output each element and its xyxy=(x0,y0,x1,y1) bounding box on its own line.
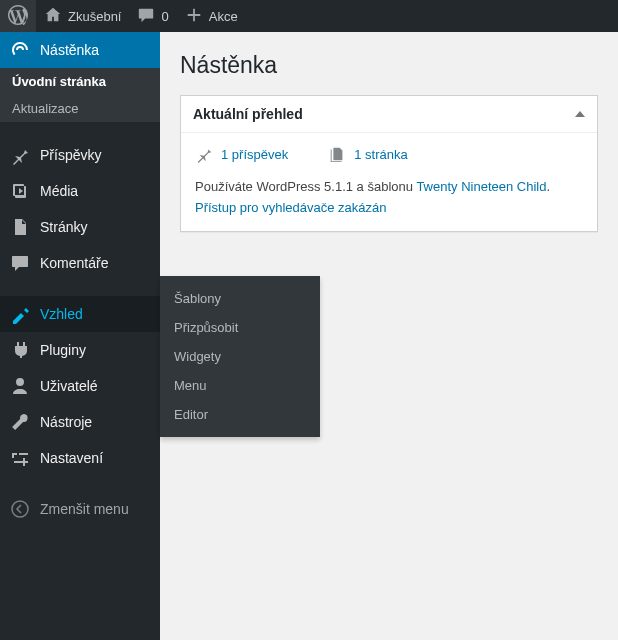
pin-icon xyxy=(10,145,30,165)
post-count-text: 1 příspěvek xyxy=(221,147,288,162)
menu-tools-label: Nástroje xyxy=(40,414,92,430)
admin-sidebar: Nástěnka Úvodní stránka Aktualizace Přís… xyxy=(0,32,160,640)
wp-text-post: . xyxy=(546,179,550,194)
page-count-link[interactable]: 1 stránka xyxy=(328,145,407,163)
menu-comments[interactable]: Komentáře xyxy=(0,245,160,281)
plus-icon xyxy=(185,6,203,27)
at-a-glance-box: Aktuální přehled 1 příspěvek 1 stránka xyxy=(180,95,598,232)
counts-row: 1 příspěvek 1 stránka xyxy=(195,145,583,163)
wp-text-pre: Používáte WordPress 5.1.1 a šablonu xyxy=(195,179,416,194)
comments-icon xyxy=(10,253,30,273)
wordpress-icon xyxy=(8,5,28,28)
plugin-icon xyxy=(10,340,30,360)
users-icon xyxy=(10,376,30,396)
tools-icon xyxy=(10,412,30,432)
submenu-home[interactable]: Úvodní stránka xyxy=(0,68,160,95)
menu-appearance-label: Vzhled xyxy=(40,306,83,322)
site-name-text: Zkušební xyxy=(68,9,121,24)
wp-logo-menu[interactable] xyxy=(0,0,36,32)
menu-settings-label: Nastavení xyxy=(40,450,103,466)
appearance-icon xyxy=(10,304,30,324)
postbox-header[interactable]: Aktuální přehled xyxy=(181,96,597,133)
menu-comments-label: Komentáře xyxy=(40,255,108,271)
page-title: Nástěnka xyxy=(180,52,598,79)
menu-media-label: Média xyxy=(40,183,78,199)
menu-plugins-label: Pluginy xyxy=(40,342,86,358)
menu-posts-label: Příspěvky xyxy=(40,147,101,163)
menu-settings[interactable]: Nastavení xyxy=(0,440,160,476)
wp-version-text: Používáte WordPress 5.1.1 a šablonu Twen… xyxy=(195,177,583,198)
svg-point-0 xyxy=(12,501,28,517)
menu-pages-label: Stránky xyxy=(40,219,87,235)
settings-icon xyxy=(10,448,30,468)
search-engines-line: Přístup pro vyhledávače zakázán xyxy=(195,198,583,219)
menu-pages[interactable]: Stránky xyxy=(0,209,160,245)
menu-separator xyxy=(0,481,160,486)
page-icon xyxy=(328,145,346,163)
dashboard-icon xyxy=(10,40,30,60)
menu-posts[interactable]: Příspěvky xyxy=(0,137,160,173)
comment-count: 0 xyxy=(161,9,168,24)
collapse-label: Zmenšit menu xyxy=(40,501,129,517)
adminbar: Zkušební 0 Akce xyxy=(0,0,618,32)
new-content-label: Akce xyxy=(209,9,238,24)
postbox-heading: Aktuální přehled xyxy=(193,106,303,122)
adminbar-comments[interactable]: 0 xyxy=(129,0,176,32)
media-icon xyxy=(10,181,30,201)
collapse-menu[interactable]: Zmenšit menu xyxy=(0,491,160,527)
main-content: Nástěnka Aktuální přehled 1 příspěvek 1 … xyxy=(160,32,618,640)
dashboard-submenu: Úvodní stránka Aktualizace xyxy=(0,68,160,122)
home-icon xyxy=(44,6,62,27)
collapse-icon xyxy=(10,499,30,519)
menu-appearance[interactable]: Vzhled xyxy=(0,296,160,332)
postbox-body: 1 příspěvek 1 stránka Používáte WordPres… xyxy=(181,133,597,231)
menu-media[interactable]: Média xyxy=(0,173,160,209)
toggle-up-icon[interactable] xyxy=(575,111,585,117)
page-icon xyxy=(10,217,30,237)
pin-icon xyxy=(195,145,213,163)
menu-separator xyxy=(0,286,160,291)
submenu-updates[interactable]: Aktualizace xyxy=(0,95,160,122)
comment-icon xyxy=(137,6,155,27)
post-count-link[interactable]: 1 příspěvek xyxy=(195,145,288,163)
menu-tools[interactable]: Nástroje xyxy=(0,404,160,440)
menu-separator xyxy=(0,127,160,132)
theme-link[interactable]: Twenty Nineteen Child xyxy=(416,179,546,194)
adminbar-new-content[interactable]: Akce xyxy=(177,0,246,32)
menu-plugins[interactable]: Pluginy xyxy=(0,332,160,368)
menu-users[interactable]: Uživatelé xyxy=(0,368,160,404)
search-engines-link[interactable]: Přístup pro vyhledávače zakázán xyxy=(195,200,387,215)
menu-dashboard[interactable]: Nástěnka xyxy=(0,32,160,68)
menu-dashboard-label: Nástěnka xyxy=(40,42,99,58)
adminbar-site-name[interactable]: Zkušební xyxy=(36,0,129,32)
page-count-text: 1 stránka xyxy=(354,147,407,162)
menu-users-label: Uživatelé xyxy=(40,378,98,394)
